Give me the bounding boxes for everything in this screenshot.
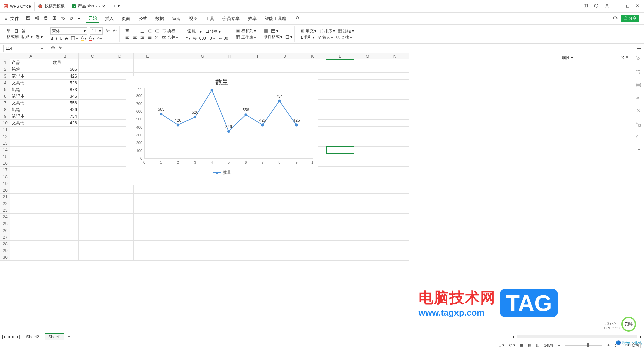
zoom-slider[interactable] [565,345,602,346]
hscroll-right-icon[interactable]: ▸ [640,334,642,339]
comma-icon[interactable]: 000 [199,36,206,41]
font-select[interactable]: 宋体▾ [50,27,87,35]
hscrollbar[interactable] [517,335,637,338]
underline-button[interactable]: U [60,36,63,41]
add-sheet-icon[interactable]: ＋ [67,334,71,339]
menu-smart[interactable]: 智能工具箱 [263,15,288,22]
sum-button[interactable]: Σ 求和▾ [300,35,314,40]
share-icon[interactable] [35,16,39,21]
align-bottom-icon[interactable] [140,29,145,33]
font-size-select[interactable]: 11▾ [90,27,103,35]
first-sheet-icon[interactable]: |◂ [2,334,5,339]
user-avatar-icon[interactable] [605,3,609,9]
strikethrough-button[interactable]: A [65,36,68,41]
redo-icon[interactable] [69,16,74,21]
decrease-font-icon[interactable]: A⁻ [113,29,117,33]
save-icon[interactable] [26,16,31,21]
indent-increase-icon[interactable] [155,29,159,33]
layout-icon[interactable] [583,3,588,9]
orientation-icon[interactable] [155,35,159,40]
align-middle-icon[interactable] [132,29,137,33]
view-normal-icon[interactable]: ▦ [520,343,523,347]
close-icon[interactable]: ✕ [102,4,105,9]
fill-button[interactable]: 填充▾ [300,28,316,34]
align-top-icon[interactable] [125,29,130,33]
freeze-button[interactable]: 冻结▾ [338,28,354,34]
worksheet-button[interactable]: 工作表▾ [236,35,256,40]
app-tab-file[interactable]: S 产品.xlsx ⋯ ✕ [68,2,109,11]
last-sheet-icon[interactable]: ▸| [17,334,20,339]
view-dots-icon[interactable]: ⊞ ▾ [498,343,504,347]
decrease-decimal-icon[interactable]: .0→ [209,36,216,41]
menu-member[interactable]: 会员专享 [220,15,242,22]
undo-icon[interactable] [61,16,65,21]
fill-color-icon[interactable]: A▾ [81,35,86,41]
sheet-tab-1[interactable]: Sheet2 [23,333,42,340]
prev-sheet-icon[interactable]: ◂ [8,334,10,339]
number-format-select[interactable]: 常规▾ [186,28,203,35]
chart[interactable]: 数量 0100200300400500600700800900012345678… [126,76,318,185]
convert-button[interactable]: ⇄ 转换▾ [206,29,221,34]
menu-formula[interactable]: 公式 [137,15,149,22]
merge-button[interactable]: 合并▾ [162,35,178,40]
focus-icon[interactable]: ⊕ ▾ [509,343,515,347]
more-icon[interactable]: ⋯ [636,147,640,152]
settings-icon[interactable] [635,69,641,76]
print-icon[interactable] [43,16,48,21]
hamburger-icon[interactable]: ≡ [5,16,7,21]
cell-style-icon[interactable] [264,29,268,33]
new-tab-button[interactable]: ＋ ▾ [109,3,123,9]
view-split-icon[interactable]: ◫ [536,343,539,347]
cond-format-button[interactable]: 条件格式▾ [264,34,282,40]
sheet-tab-2[interactable]: Sheet1 [45,333,64,340]
components-icon[interactable] [635,121,641,128]
menu-tool[interactable]: 工具 [204,15,216,22]
app-tab-template[interactable]: 找稿壳模板 [35,2,68,11]
align-left-icon[interactable] [125,35,130,40]
tools-icon[interactable] [635,108,641,115]
menu-review[interactable]: 审阅 [170,15,183,22]
fx-icon[interactable]: fx [59,46,62,51]
menu-page[interactable]: 页面 [120,15,132,22]
filter-button[interactable]: 筛选▾ [317,35,333,40]
menu-data[interactable]: 数据 [153,15,166,22]
align-right-icon[interactable] [140,35,145,40]
name-box[interactable]: L14▾ [3,45,45,52]
copy-icon[interactable]: ▾ [35,35,43,39]
share-button[interactable]: 凸 分享 [621,15,639,22]
fx-cancel-icon[interactable] [51,45,55,51]
wrap-text-button[interactable]: 换行 [162,28,175,34]
font-color-icon[interactable]: A▾ [89,35,94,41]
format-as-table-icon[interactable]: ▾ [285,35,292,39]
find-button[interactable]: 查找▾ [336,35,352,40]
zoom-in-icon[interactable]: ＋ [607,343,610,348]
align-center-icon[interactable] [132,35,137,40]
menu-view[interactable]: 视图 [187,15,200,22]
increase-font-icon[interactable]: A⁺ [105,29,110,33]
align-justify-icon[interactable] [147,35,152,40]
next-sheet-icon[interactable]: ▸ [12,334,14,339]
tab-menu-icon[interactable]: ⋯ [96,4,100,9]
menu-file[interactable]: 文件 [8,15,21,22]
select-icon[interactable] [635,56,641,63]
layers-icon[interactable] [635,82,641,89]
increase-decimal-icon[interactable]: ←.00 [219,36,228,41]
close-window-icon[interactable]: ✕ [636,3,639,9]
menu-start[interactable]: 开始 [86,15,99,23]
backup-icon[interactable] [635,95,641,102]
menu-efficiency[interactable]: 效率 [246,15,259,22]
hscroll-left-icon[interactable]: ◂ [512,334,514,339]
formula-input[interactable] [65,46,367,51]
percent-icon[interactable]: % [193,36,197,41]
paste-button[interactable] [14,29,19,33]
cloud-icon[interactable] [613,16,618,21]
link-icon[interactable] [635,134,641,141]
format-painter-button[interactable] [7,29,11,33]
clear-format-icon[interactable]: ◇▾ [97,36,102,41]
pin-icon[interactable]: ⤭ [621,55,624,60]
search-icon[interactable] [295,16,300,21]
minimize-icon[interactable]: — [615,3,620,9]
bold-button[interactable]: B [50,36,53,41]
border-icon[interactable]: ▾ [71,36,78,41]
italic-button[interactable]: I [56,36,57,41]
